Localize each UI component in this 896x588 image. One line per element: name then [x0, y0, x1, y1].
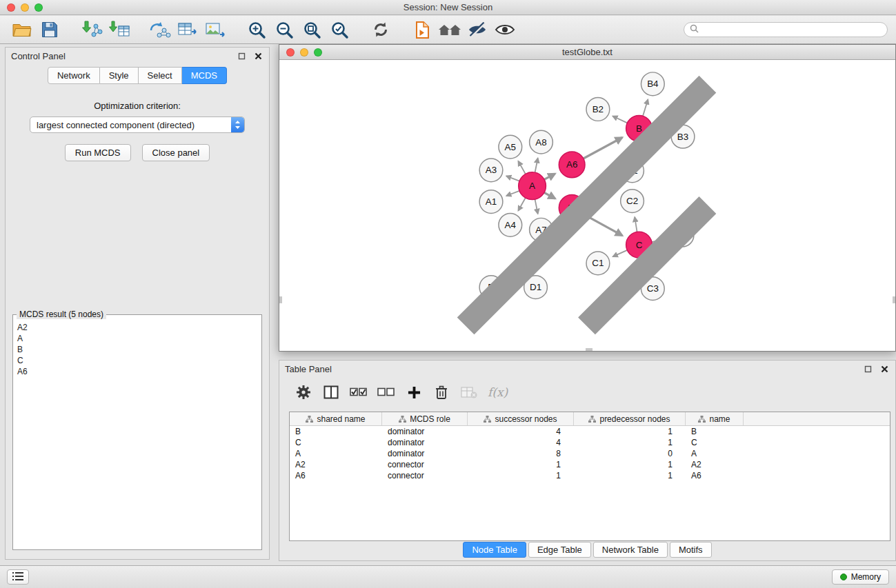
close-window-button[interactable] [7, 3, 15, 12]
export-table-button[interactable] [174, 18, 201, 41]
delete-row-trash-icon[interactable] [432, 383, 450, 401]
tab-node-table[interactable]: Node Table [463, 542, 526, 558]
table-row[interactable]: A6connector11A6 [290, 470, 890, 481]
table-cell[interactable]: B [290, 427, 382, 436]
close-panel-icon[interactable] [252, 50, 263, 61]
close-table-panel-icon[interactable] [879, 363, 890, 374]
minimize-window-button[interactable] [21, 3, 29, 12]
graphics-document-button[interactable] [408, 18, 436, 41]
resize-grip-icon[interactable] [279, 61, 895, 350]
table-cell[interactable]: connector [382, 460, 468, 469]
show-columns-icon[interactable] [322, 383, 340, 401]
mcds-result-item[interactable]: A2 [17, 322, 257, 333]
import-table-from-file-button[interactable] [105, 18, 132, 41]
float-table-panel-icon[interactable] [862, 363, 873, 374]
search-input[interactable] [702, 25, 882, 34]
tab-motifs[interactable]: Motifs [670, 542, 712, 558]
export-network-button[interactable] [146, 18, 174, 41]
table-cell[interactable]: dominator [382, 427, 468, 436]
column-header-predecessor-nodes[interactable]: predecessor nodes [574, 412, 686, 425]
table-row[interactable]: Cdominator41C [290, 437, 890, 448]
import-network-from-file-button[interactable] [77, 18, 105, 41]
table-cell[interactable]: 1 [468, 471, 574, 480]
home-button[interactable] [436, 18, 464, 41]
table-cell[interactable]: A [290, 449, 382, 458]
tab-network[interactable]: Network [48, 67, 100, 84]
table-row[interactable]: A2connector11A2 [290, 459, 890, 470]
column-header-successor-nodes[interactable]: successor nodes [468, 412, 574, 425]
table-cell[interactable]: connector [382, 471, 468, 480]
export-image-button[interactable] [201, 18, 229, 41]
zoom-fit-button[interactable] [298, 18, 326, 41]
delete-table-icon [460, 383, 478, 401]
zoom-window-button[interactable] [34, 3, 43, 12]
table-row[interactable]: Bdominator41B [290, 426, 890, 437]
table-toolbar: f(x) [279, 377, 895, 407]
column-header-MCDS-role[interactable]: MCDS role [382, 412, 468, 425]
zoom-out-button[interactable] [270, 18, 298, 41]
tab-mcds[interactable]: MCDS [182, 67, 227, 84]
apply-function-icon: f(x) [488, 383, 508, 401]
tab-edge-table[interactable]: Edge Table [528, 542, 591, 558]
table-cell[interactable]: A6 [686, 471, 744, 480]
table-cell[interactable]: B [686, 427, 744, 436]
memory-button[interactable]: Memory [832, 569, 889, 585]
zoom-in-button[interactable] [243, 18, 270, 41]
table-cell[interactable]: 1 [468, 460, 574, 469]
table-header: shared nameMCDS rolesuccessor nodesprede… [290, 412, 890, 426]
mcds-result-item[interactable]: A [17, 333, 257, 344]
deselect-all-icon[interactable] [377, 383, 395, 401]
table-cell[interactable]: A2 [290, 460, 382, 469]
float-panel-icon[interactable] [236, 50, 247, 61]
table-cell[interactable]: 1 [574, 427, 686, 436]
tab-network-table[interactable]: Network Table [593, 542, 668, 558]
open-session-button[interactable] [8, 18, 36, 41]
status-bar: Memory [0, 565, 896, 588]
zoom-selected-button[interactable] [326, 18, 353, 41]
criterion-dropdown[interactable]: largest connected component (directed) [30, 116, 245, 133]
table-cell[interactable]: A6 [290, 471, 382, 480]
table-cell[interactable]: A2 [686, 460, 744, 469]
network-close-button[interactable] [286, 48, 295, 57]
tab-style[interactable]: Style [100, 67, 139, 84]
table-cell[interactable]: C [686, 438, 744, 447]
table-cell[interactable]: 1 [574, 471, 686, 480]
table-cell[interactable]: 1 [574, 438, 686, 447]
table-cell[interactable]: A [686, 449, 744, 458]
table-cell[interactable]: C [290, 438, 382, 447]
mcds-result-item[interactable]: C [17, 355, 257, 366]
network-zoom-button[interactable] [314, 48, 322, 57]
refresh-view-button[interactable] [367, 18, 395, 41]
add-row-icon[interactable] [405, 383, 423, 401]
select-all-icon[interactable] [350, 383, 368, 401]
network-canvas[interactable]: AA6A2BCA5A8A3A1A4A7B2B4B3B1C2C4C1C3DD1 [279, 61, 895, 351]
network-minimize-button[interactable] [300, 48, 308, 57]
search-icon [690, 24, 699, 35]
table-body: Bdominator41BCdominator41CAdominator80AA… [290, 426, 890, 481]
column-header-name[interactable]: name [686, 412, 744, 425]
task-history-button[interactable] [7, 569, 29, 585]
table-cell[interactable]: dominator [382, 438, 468, 447]
hide-graphics-details-button[interactable] [464, 18, 491, 41]
run-mcds-button[interactable]: Run MCDS [65, 144, 131, 161]
table-cell[interactable]: dominator [382, 449, 468, 458]
table-cell[interactable]: 4 [468, 427, 574, 436]
column-header-shared-name[interactable]: shared name [290, 412, 382, 425]
settings-gear-icon[interactable] [295, 383, 312, 401]
table-panel: Table Panel [279, 360, 896, 561]
table-row[interactable]: Adominator80A [290, 448, 890, 459]
network-window-titlebar[interactable]: testGlobe.txt [279, 45, 895, 60]
control-panel-title: Control Panel [11, 51, 66, 61]
table-tabs: Node TableEdge TableNetwork TableMotifs [279, 542, 895, 558]
show-graphics-details-button[interactable] [491, 18, 519, 41]
table-cell[interactable]: 0 [574, 449, 686, 458]
tab-select[interactable]: Select [139, 67, 182, 84]
mcds-result-item[interactable]: A6 [17, 366, 257, 377]
mcds-result-item[interactable]: B [17, 344, 257, 355]
close-panel-button[interactable]: Close panel [142, 144, 210, 161]
table-cell[interactable]: 1 [574, 460, 686, 469]
table-cell[interactable]: 4 [468, 438, 574, 447]
search-box [684, 22, 888, 37]
table-cell[interactable]: 8 [468, 449, 574, 458]
save-session-button[interactable] [36, 18, 63, 41]
